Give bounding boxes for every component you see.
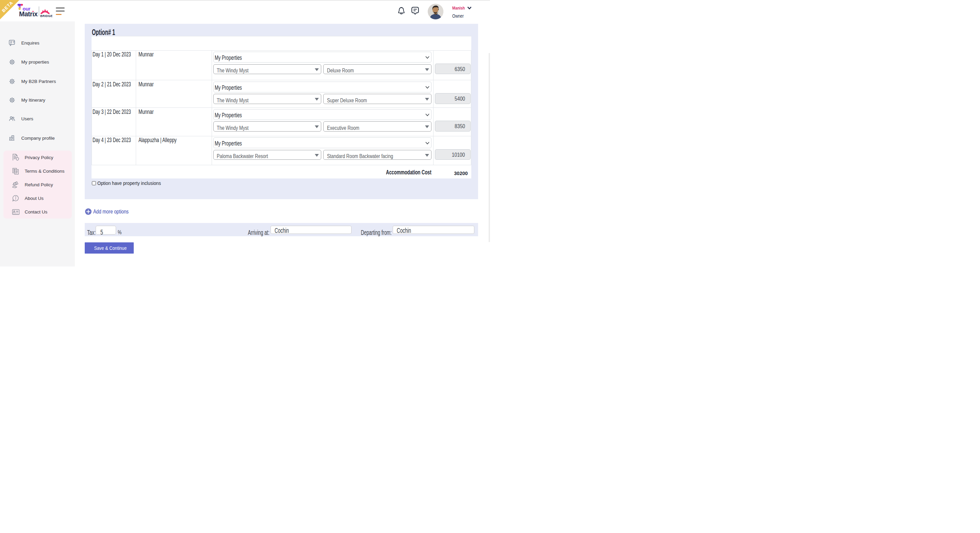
svg-text:?: ? (13, 40, 14, 44)
